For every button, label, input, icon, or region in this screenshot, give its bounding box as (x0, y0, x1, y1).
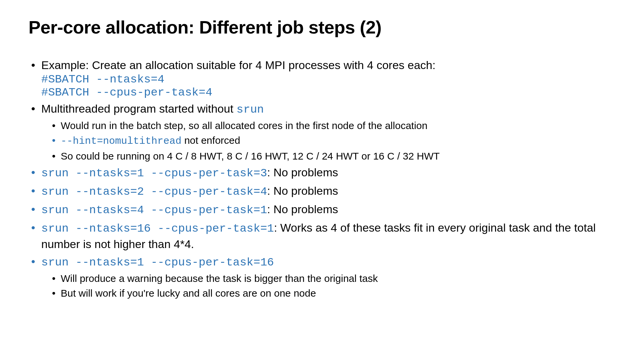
sub-text: Would run in the batch step, so all allo… (61, 120, 427, 131)
sub-bullet-running: So could be running on 4 C / 8 HWT, 8 C … (51, 149, 615, 163)
slide-title: Per-core allocation: Different job steps… (29, 17, 615, 38)
bullet-srun-2-4: srun --ntasks=2 --cpus-per-task=4: No pr… (29, 183, 615, 200)
bullet-list: Example: Create an allocation suitable f… (29, 58, 615, 300)
sub-bullet-list: Would run in the batch step, so all allo… (41, 119, 615, 163)
bullet-srun-4-1: srun --ntasks=4 --cpus-per-task=1: No pr… (29, 202, 615, 218)
code-sbatch-cpus: #SBATCH --cpus-per-task=4 (41, 86, 615, 99)
sub-text: not enforced (181, 135, 240, 146)
sub-bullet-hint: --hint=nomultithread not enforced (51, 134, 615, 148)
bullet-srun-16-1: srun --ntasks=16 --cpus-per-task=1: Work… (29, 220, 615, 252)
bullet-text: Example: Create an allocation suitable f… (41, 59, 435, 71)
code-sbatch-ntasks: #SBATCH --ntasks=4 (41, 73, 615, 86)
sub-bullet-batchstep: Would run in the batch step, so all allo… (51, 119, 615, 133)
sub-text: Will produce a warning because the task … (61, 273, 378, 284)
sub-bullet-list: Will produce a warning because the task … (41, 272, 615, 300)
code-srun-inline: srun (236, 103, 264, 116)
sub-bullet-lucky: But will work if you're lucky and all co… (51, 287, 615, 300)
sub-text: But will work if you're lucky and all co… (61, 288, 316, 299)
bullet-text: : No problems (267, 166, 338, 179)
sub-bullet-warning: Will produce a warning because the task … (51, 272, 615, 286)
bullet-srun-1-16: srun --ntasks=1 --cpus-per-task=16 Will … (29, 254, 615, 300)
bullet-multithreaded: Multithreaded program started without sr… (29, 101, 615, 163)
code-srun-1-16: srun --ntasks=1 --cpus-per-task=16 (41, 256, 274, 269)
sub-text: So could be running on 4 C / 8 HWT, 8 C … (61, 150, 440, 162)
bullet-example: Example: Create an allocation suitable f… (29, 58, 615, 99)
bullet-text: : No problems (267, 203, 338, 216)
code-srun-1-3: srun --ntasks=1 --cpus-per-task=3 (41, 167, 267, 180)
code-hint: --hint=nomultithread (61, 135, 181, 147)
code-srun-4-1: srun --ntasks=4 --cpus-per-task=1 (41, 204, 267, 217)
code-srun-2-4: srun --ntasks=2 --cpus-per-task=4 (41, 185, 267, 198)
bullet-srun-1-3: srun --ntasks=1 --cpus-per-task=3: No pr… (29, 165, 615, 181)
bullet-text: Multithreaded program started without (41, 102, 236, 115)
code-srun-16-1: srun --ntasks=16 --cpus-per-task=1 (41, 222, 274, 235)
bullet-text: : No problems (267, 184, 338, 197)
